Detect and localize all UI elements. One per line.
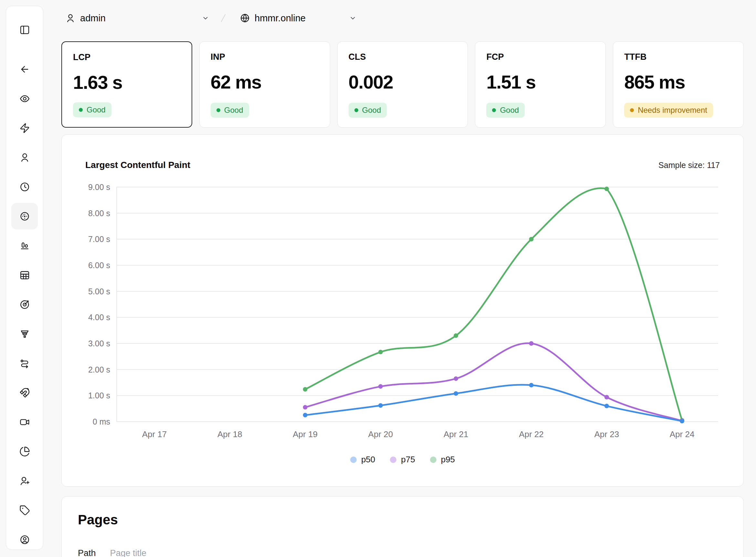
sidebar-item-user[interactable] [11, 144, 38, 171]
tab-path[interactable]: Path [78, 548, 96, 557]
user-plus-icon [19, 476, 30, 486]
eye-icon [19, 93, 30, 104]
metric-value: 62 ms [211, 71, 319, 93]
svg-text:6.00 s: 6.00 s [88, 261, 110, 270]
metric-label: LCP [73, 52, 181, 62]
user-icon [65, 13, 76, 23]
status-dot-icon [79, 108, 83, 112]
data-point-p50 [605, 404, 609, 408]
svg-text:4.00 s: 4.00 s [88, 313, 110, 322]
svg-text:Apr 23: Apr 23 [594, 429, 619, 439]
svg-text:2.00 s: 2.00 s [88, 365, 110, 374]
legend-label: p50 [361, 455, 375, 465]
sidebar-item-pie-chart[interactable] [11, 438, 38, 465]
gauge-icon [19, 211, 30, 222]
tab-page-title[interactable]: Page title [110, 548, 147, 557]
legend-item-p75[interactable]: p75 [390, 455, 415, 465]
topbar: admin hmmr.online [61, 9, 357, 27]
sidebar-item-panel-left[interactable] [11, 17, 38, 43]
data-point-p75 [378, 384, 383, 389]
status-badge: Good [73, 102, 112, 117]
data-point-p50 [680, 419, 684, 423]
svg-text:Apr 20: Apr 20 [368, 429, 393, 439]
status-text: Needs improvement [638, 106, 707, 115]
table-icon [19, 270, 30, 281]
svg-text:8.00 s: 8.00 s [88, 209, 110, 218]
metric-value: 865 ms [624, 71, 732, 93]
sidebar-item-funnel[interactable] [11, 321, 38, 347]
chart-card: Largest Contentful Paint Sample size: 11… [61, 135, 744, 487]
svg-text:Apr 24: Apr 24 [670, 429, 695, 439]
data-point-p75 [303, 405, 308, 410]
svg-text:Apr 19: Apr 19 [293, 429, 318, 439]
sidebar-item-goal[interactable] [11, 291, 38, 318]
metric-card-inp[interactable]: INP62 msGood [199, 41, 330, 128]
panel-left-icon [19, 25, 30, 35]
status-badge: Needs improvement [624, 103, 713, 118]
metric-card-ttfb[interactable]: TTFB865 msNeeds improvement [613, 41, 744, 128]
sidebar-item-magnet[interactable] [11, 379, 38, 406]
sidebar-item-clock[interactable] [11, 174, 38, 200]
data-point-p95 [454, 333, 458, 338]
workspace-selector[interactable]: admin [61, 9, 209, 27]
metric-card-fcp[interactable]: FCP1.51 sGood [475, 41, 606, 128]
data-point-p50 [454, 391, 458, 396]
metric-value: 0.002 [349, 71, 457, 93]
legend-item-p95[interactable]: p95 [430, 455, 455, 465]
status-text: Good [87, 105, 106, 114]
svg-text:Apr 17: Apr 17 [142, 429, 167, 439]
svg-text:1.00 s: 1.00 s [88, 391, 110, 400]
slash-separator-icon [219, 11, 228, 25]
sample-size-label: Sample size: 117 [659, 160, 720, 170]
pages-title: Pages [78, 512, 727, 528]
site-selector[interactable]: hmmr.online [240, 9, 357, 27]
pages-tabs: Path Page title [78, 548, 727, 557]
legend-item-p50[interactable]: p50 [350, 455, 375, 465]
svg-text:9.00 s: 9.00 s [88, 182, 110, 192]
pages-card: Pages Path Page title [61, 496, 744, 557]
sidebar-item-arrow-left[interactable] [11, 56, 38, 82]
site-label: hmmr.online [255, 13, 306, 24]
bar-chart-icon [19, 240, 30, 251]
svg-text:Apr 21: Apr 21 [443, 429, 468, 439]
arrow-left-icon [19, 64, 30, 75]
metric-label: CLS [349, 52, 457, 62]
metric-card-cls[interactable]: CLS0.002Good [337, 41, 468, 128]
sidebar-item-user-plus[interactable] [11, 468, 38, 494]
data-point-p75 [454, 376, 458, 381]
sidebar-item-video[interactable] [11, 409, 38, 435]
data-point-p75 [605, 395, 609, 399]
pie-chart-icon [19, 446, 30, 457]
metrics-row: LCP1.63 sGoodINP62 msGoodCLS0.002GoodFCP… [61, 41, 744, 128]
tag-icon [19, 505, 30, 516]
zap-icon [19, 123, 30, 134]
metric-value: 1.63 s [73, 71, 181, 93]
data-point-p75 [529, 341, 534, 346]
svg-text:0 ms: 0 ms [93, 417, 110, 426]
data-point-p50 [303, 413, 308, 417]
route-icon [19, 358, 30, 369]
sidebar-item-route[interactable] [11, 350, 38, 376]
video-icon [19, 417, 30, 428]
sidebar-item-eye[interactable] [11, 85, 38, 112]
status-badge: Good [486, 103, 525, 118]
status-dot-icon [630, 108, 634, 112]
magnet-icon [19, 387, 30, 398]
data-point-p95 [378, 350, 383, 354]
chevron-down-icon [349, 14, 357, 22]
sidebar-item-user-circle[interactable] [11, 526, 38, 553]
legend-dot-icon [430, 457, 436, 463]
sidebar [6, 6, 43, 550]
workspace-label: admin [80, 13, 106, 24]
sidebar-item-table[interactable] [11, 262, 38, 288]
sidebar-item-tag[interactable] [11, 497, 38, 523]
sidebar-item-bar-chart[interactable] [11, 232, 38, 259]
sidebar-item-zap[interactable] [11, 115, 38, 141]
sidebar-item-gauge[interactable] [11, 203, 38, 229]
metric-label: INP [211, 52, 319, 62]
funnel-icon [19, 329, 30, 339]
status-dot-icon [216, 108, 220, 112]
status-text: Good [224, 106, 243, 115]
legend-label: p75 [401, 455, 415, 465]
metric-card-lcp[interactable]: LCP1.63 sGood [61, 41, 192, 128]
